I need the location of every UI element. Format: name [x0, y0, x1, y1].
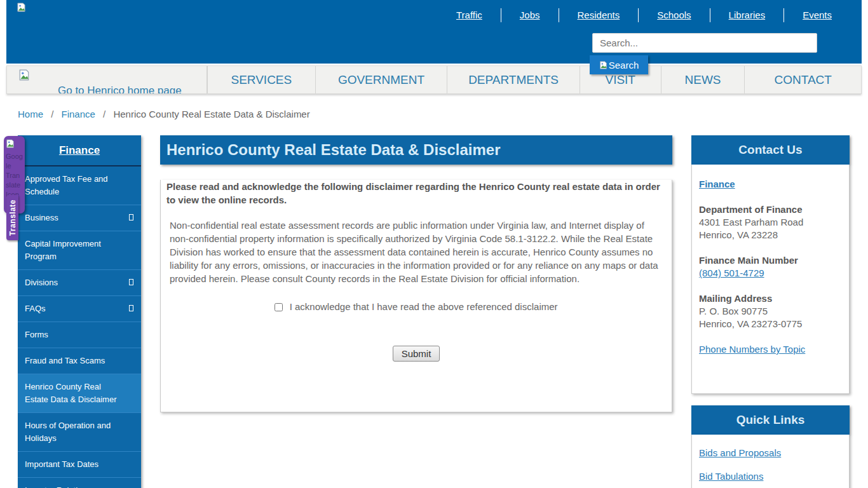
expand-icon	[129, 279, 133, 285]
submit-button[interactable]: Submit	[393, 346, 440, 362]
sidebar-item-label: Investor Relations	[25, 485, 91, 488]
breadcrumb: Home / Finance / Henrico County Real Est…	[18, 109, 310, 119]
sidebar-item-divisions[interactable]: Divisions	[18, 270, 141, 296]
top-links: Traffic Jobs Residents Schools Libraries…	[438, 8, 850, 22]
contact-dept-name: Department of Finance	[699, 203, 843, 216]
contact-address-line2: Henrico, VA 23228	[699, 229, 843, 241]
sidebar-item-label: Forms	[25, 330, 48, 339]
top-link-schools[interactable]: Schools	[639, 8, 709, 22]
sidebar-item-label: Approved Tax Fee and Schedule	[25, 174, 108, 196]
search-button-label: Search	[609, 60, 639, 71]
breadcrumb-current: Henrico County Real Estate Data & Discla…	[113, 109, 309, 119]
breadcrumb-separator: /	[98, 109, 111, 119]
home-link-label: Go to Henrico home page	[58, 85, 182, 94]
top-link-events[interactable]: Events	[784, 8, 850, 22]
contact-mailing-line1: P. O. Box 90775	[699, 305, 843, 318]
sidebar-item-important-tax-dates[interactable]: Important Tax Dates	[18, 452, 141, 478]
expand-icon	[129, 305, 133, 311]
quick-link-bid-tabulations[interactable]: Bid Tabulations	[699, 471, 843, 482]
home-logo-link[interactable]: Go to Henrico home page	[7, 66, 207, 93]
sidebar-item-label: Fraud and Tax Scams	[25, 356, 105, 365]
translate-tab[interactable]: Translate	[6, 195, 18, 240]
main-content: Henrico County Real Estate Data & Discla…	[160, 135, 672, 412]
finance-sidebar: Finance Approved Tax Fee and Schedule Bu…	[18, 135, 141, 488]
contact-us-title-bar: Contact Us	[691, 135, 850, 165]
nav-item-government[interactable]: GOVERNMENT	[315, 66, 447, 93]
expand-icon	[129, 214, 133, 220]
henrico-logo-icon	[18, 69, 30, 81]
sidebar-item-business[interactable]: Business	[18, 205, 141, 231]
quick-links-title: Quick Links	[736, 413, 805, 427]
contact-address-line1: 4301 East Parham Road	[699, 216, 843, 229]
acknowledge-label: I acknowledge that I have read the above…	[290, 301, 558, 312]
contact-phone-heading: Finance Main Number	[699, 254, 843, 267]
page-title-bar: Henrico County Real Estate Data & Discla…	[160, 135, 672, 165]
submit-row: Submit	[161, 346, 672, 362]
quick-link-bids-and-proposals[interactable]: Bids and Proposals	[699, 447, 843, 458]
sidebar-item-capital-improvement-program[interactable]: Capital Improvement Program	[18, 231, 141, 270]
sidebar-item-label: Divisions	[25, 278, 58, 287]
disclaimer-panel: Please read and acknowledge the followin…	[160, 180, 672, 412]
sidebar-item-approved-tax-fee-and-schedule[interactable]: Approved Tax Fee and Schedule	[18, 166, 141, 205]
sidebar-item-label: Important Tax Dates	[25, 459, 98, 469]
search-input[interactable]	[592, 33, 817, 53]
search-icon	[599, 61, 607, 69]
sidebar-item-investor-relations[interactable]: Investor Relations	[18, 478, 141, 488]
disclaimer-intro: Please read and acknowledge the followin…	[166, 180, 665, 207]
contact-phone-link[interactable]: (804) 501-4729	[699, 268, 764, 278]
sidebar-item-label: FAQs	[25, 304, 46, 313]
acknowledge-row: I acknowledge that I have read the above…	[161, 301, 672, 312]
breadcrumb-separator: /	[46, 109, 58, 119]
google-translate-icon	[6, 139, 15, 148]
sidebar-item-label: Capital Improvement Program	[25, 239, 101, 261]
broken-image-icon	[17, 3, 26, 12]
sidebar-item-faqs[interactable]: FAQs	[18, 296, 141, 322]
sidebar-item-forms[interactable]: Forms	[18, 322, 141, 348]
nav-item-news[interactable]: NEWS	[661, 66, 745, 93]
contact-mailing-heading: Mailing Address	[699, 292, 843, 305]
contact-us-body: Finance Department of Finance 4301 East …	[691, 165, 850, 394]
top-link-libraries[interactable]: Libraries	[710, 8, 784, 22]
quick-links-panel: Quick Links Bids and Proposals Bid Tabul…	[691, 405, 850, 488]
sidebar-title-link[interactable]: Finance	[59, 144, 100, 157]
sidebar-menu: Approved Tax Fee and Schedule Business C…	[18, 166, 141, 488]
phone-numbers-by-topic-link[interactable]: Phone Numbers by Topic	[699, 343, 805, 356]
contact-us-panel: Contact Us Finance Department of Finance…	[691, 135, 850, 394]
nav-item-contact[interactable]: CONTACT	[744, 66, 861, 93]
sidebar-item-label: Henrico County Real Estate Data & Discla…	[25, 382, 117, 404]
nav-item-services[interactable]: SERVICES	[207, 66, 315, 93]
primary-nav: Go to Henrico home page SERVICES GOVERNM…	[6, 65, 862, 94]
contact-mailing-line2: Henrico, VA 23273-0775	[699, 318, 843, 330]
quick-links-title-bar: Quick Links	[691, 405, 850, 435]
page-title: Henrico County Real Estate Data & Discla…	[160, 135, 672, 165]
top-link-jobs[interactable]: Jobs	[501, 8, 559, 22]
sidebar-item-label: Hours of Operation and Holidays	[25, 421, 111, 443]
google-translate-alt-text: Google Translate Icon	[6, 152, 23, 200]
sidebar-item-label: Business	[25, 213, 58, 222]
sidebar-item-fraud-and-tax-scams[interactable]: Fraud and Tax Scams	[18, 348, 141, 374]
sidebar-title: Finance	[18, 135, 141, 166]
breadcrumb-home[interactable]: Home	[18, 109, 43, 119]
quick-links-body: Bids and Proposals Bid Tabulations	[691, 435, 850, 488]
site-header: Traffic Jobs Residents Schools Libraries…	[6, 0, 862, 64]
top-link-residents[interactable]: Residents	[559, 8, 639, 22]
search-button[interactable]: Search	[590, 55, 648, 74]
sidebar-item-henrico-county-real-estate-data-disclaimer[interactable]: Henrico County Real Estate Data & Discla…	[18, 374, 141, 413]
acknowledge-checkbox[interactable]	[275, 303, 283, 311]
translate-tab-label: Translate	[8, 200, 17, 236]
contact-us-title: Contact Us	[738, 143, 802, 157]
disclaimer-text: Non-confidential real estate assessment …	[170, 219, 664, 285]
contact-finance-link[interactable]: Finance	[699, 179, 735, 189]
top-link-traffic[interactable]: Traffic	[438, 8, 501, 22]
nav-item-departments[interactable]: DEPARTMENTS	[447, 66, 580, 93]
sidebar-item-hours-of-operation-and-holidays[interactable]: Hours of Operation and Holidays	[18, 413, 141, 452]
breadcrumb-finance[interactable]: Finance	[62, 109, 95, 119]
